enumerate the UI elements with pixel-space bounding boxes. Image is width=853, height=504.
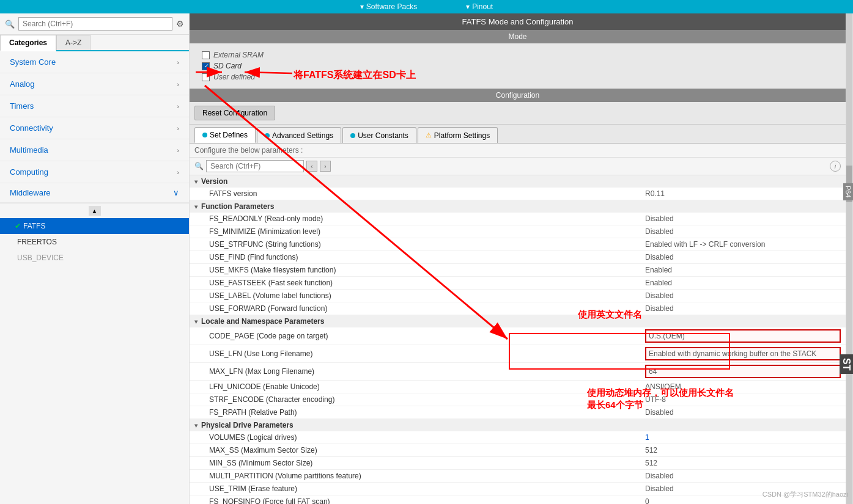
software-packs-label: Software Packs — [366, 2, 417, 11]
section-label: Locale and Namespace Parameters — [201, 317, 324, 326]
right-panel: FATFS Mode and Configuration Mode Extern… — [190, 13, 846, 504]
param-name: LFN_UNICODE (Enable Unicode) — [209, 382, 645, 391]
param-use-label: USE_LABEL (Volume label functions) Disab… — [190, 290, 846, 302]
tab-label: Platform Settings — [434, 131, 490, 140]
config-search-row: Configure the below parameters : — [190, 144, 846, 158]
chevron-down-icon: ∨ — [173, 188, 179, 197]
tab-az[interactable]: A->Z — [56, 35, 90, 50]
sidebar-item-label: Middleware — [10, 188, 50, 197]
param-value: Disabled — [645, 472, 841, 480]
sidebar-item-connectivity[interactable]: Connectivity › — [0, 117, 189, 139]
scroll-up-button[interactable]: ▲ — [89, 206, 101, 216]
param-fs-readonly: FS_READONLY (Read-only mode) Disabled — [190, 213, 846, 225]
param-name: USE_LABEL (Volume label functions) — [209, 291, 645, 300]
config-search-input[interactable] — [206, 160, 304, 172]
mode-header-label: Mode — [508, 32, 526, 41]
tab-advanced-settings[interactable]: Advanced Settings — [257, 127, 341, 143]
param-name: USE_MKFS (Make filesystem function) — [209, 266, 645, 274]
config-section: Configuration Reset Configuration Set De… — [190, 89, 846, 504]
param-lfn-unicode: LFN_UNICODE (Enable Unicode) ANSI/OEM — [190, 381, 846, 393]
info-icon[interactable]: i — [830, 161, 841, 172]
pinout-label: Pinout — [472, 2, 493, 11]
fatfs-label: FATFS — [23, 222, 45, 230]
sidebar-item-freertos[interactable]: FREERTOS — [0, 234, 189, 250]
pinout-menu[interactable]: ▾ Pinout — [466, 2, 493, 11]
sidebar-item-label: Connectivity — [10, 123, 53, 133]
freertos-label: FREERTOS — [17, 238, 57, 246]
sd-card-label: SD Card — [213, 62, 242, 70]
software-packs-menu[interactable]: ▾ Software Packs — [360, 2, 417, 11]
sidebar-scroll-controls: ▲ — [0, 203, 189, 218]
search-icon: 🔍 — [194, 162, 204, 170]
check-icon: ✔ — [15, 222, 21, 230]
section-physical-drive[interactable]: ▾ Physical Drive Parameters — [190, 419, 846, 431]
search-icon[interactable]: 🔍 — [5, 20, 15, 29]
param-min-ss: MIN_SS (Minimum Sector Size) 512 — [190, 457, 846, 470]
param-value: 512 — [645, 446, 841, 455]
param-value: Disabled — [645, 304, 841, 313]
param-fs-rpath: FS_RPATH (Relative Path) Disabled — [190, 406, 846, 419]
sidebar: 🔍 ⚙ Categories A->Z System Core › Analog… — [0, 13, 190, 504]
configure-text: Configure the below parameters : — [194, 146, 303, 155]
param-name: CODE_PAGE (Code page on target) — [209, 332, 645, 340]
sidebar-item-system-core[interactable]: System Core › — [0, 51, 189, 73]
param-name: MAX_SS (Maximum Sector Size) — [209, 446, 645, 455]
param-value: Enabled — [645, 279, 841, 287]
section-version[interactable]: ▾ Version — [190, 175, 846, 188]
params-table: ▾ Version FATFS version R0.11 ▾ Function… — [190, 175, 846, 504]
param-name: STRF_ENCODE (Character encoding) — [209, 395, 645, 404]
sd-card-checkbox[interactable]: ✓ — [202, 62, 210, 70]
section-function-params[interactable]: ▾ Function Parameters — [190, 200, 846, 213]
warning-icon: ⚠ — [426, 131, 432, 139]
tab-user-constants[interactable]: User Constants — [342, 127, 416, 143]
nav-next-button[interactable]: › — [320, 161, 331, 172]
nav-prev-button[interactable]: ‹ — [306, 161, 317, 172]
section-label: Version — [201, 177, 227, 186]
sidebar-search-input[interactable] — [18, 17, 172, 31]
tab-label: User Constants — [358, 131, 408, 140]
expand-icon: ▾ — [194, 203, 198, 210]
sidebar-item-fatfs[interactable]: ✔ FATFS — [0, 218, 189, 234]
reset-configuration-button[interactable]: Reset Configuration — [194, 106, 275, 120]
param-value-use-lfn: Enabled with dynamic working buffer on t… — [645, 347, 841, 360]
expand-icon: ▾ — [194, 318, 198, 325]
sidebar-item-computing[interactable]: Computing › — [0, 161, 189, 183]
param-name: MAX_LFN (Max Long Filename) — [209, 367, 645, 376]
tab-set-defines[interactable]: Set Defines — [194, 127, 256, 143]
gear-icon[interactable]: ⚙ — [176, 19, 184, 29]
chevron-down-icon: ▾ — [466, 2, 470, 11]
param-use-forward: USE_FORWARD (Forward function) Disabled — [190, 302, 846, 315]
sidebar-item-middleware[interactable]: Middleware ∨ — [0, 183, 189, 203]
p64-tab[interactable]: P64 — [843, 183, 853, 200]
mode-option-sd-card: ✓ SD Card — [202, 62, 833, 70]
tab-platform-settings[interactable]: ⚠ Platform Settings — [418, 127, 498, 143]
sidebar-item-label: Analog — [10, 79, 34, 89]
param-name: USE_FIND (Find functions) — [209, 253, 645, 261]
sidebar-item-usb-device[interactable]: USB_DEVICE — [0, 250, 189, 266]
param-name: FATFS version — [209, 189, 645, 198]
sidebar-item-multimedia[interactable]: Multimedia › — [0, 139, 189, 161]
param-value: Enabled — [645, 266, 841, 274]
external-sram-checkbox[interactable] — [202, 51, 210, 59]
panel-header: FATFS Mode and Configuration — [190, 13, 846, 30]
param-max-ss: MAX_SS (Maximum Sector Size) 512 — [190, 444, 846, 457]
section-label: Physical Drive Parameters — [201, 421, 294, 429]
param-fs-nofsinfo: FS_NOFSINFO (Force full FAT scan) 0 — [190, 495, 846, 504]
st-tab[interactable]: ST — [840, 354, 853, 374]
tab-dot-icon — [202, 133, 207, 137]
right-scrollbar[interactable] — [846, 13, 853, 504]
param-value: Disabled — [645, 291, 841, 300]
param-multi-partition: MULTI_PARTITION (Volume partitions featu… — [190, 470, 846, 483]
sidebar-item-analog[interactable]: Analog › — [0, 73, 189, 95]
sidebar-search-row: 🔍 ⚙ — [0, 13, 189, 35]
tab-categories[interactable]: Categories — [0, 35, 56, 51]
param-value: Disabled — [645, 214, 841, 223]
tab-label: Advanced Settings — [272, 131, 333, 140]
scrollbar-track — [846, 13, 852, 504]
config-header-label: Configuration — [496, 91, 539, 100]
top-bar: ▾ Software Packs ▾ Pinout — [0, 0, 853, 13]
sidebar-item-timers[interactable]: Timers › — [0, 95, 189, 117]
param-fatfs-version: FATFS version R0.11 — [190, 188, 846, 200]
user-defined-checkbox[interactable] — [202, 73, 210, 81]
section-locale-namespace[interactable]: ▾ Locale and Namespace Parameters — [190, 315, 846, 327]
